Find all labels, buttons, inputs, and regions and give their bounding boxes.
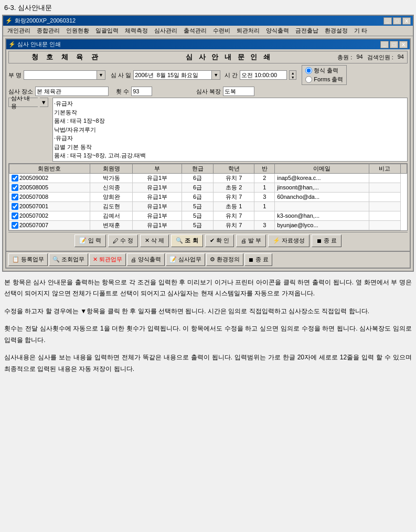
bottom-buttons: 📝 입 력 🖊 수 정 ✕ 삭 제 🔍 조 회 ✔ 확 인 [8, 232, 408, 249]
cell-id: 200507001 [9, 201, 90, 211]
task-withdrawal[interactable]: ✕ 퇴관업무 [89, 253, 126, 266]
col-header-note: 비고 [369, 164, 400, 173]
org-name: 청 호 체 육 관 [12, 52, 121, 62]
table-row[interactable]: 200509002 박가동 유급1부 6급 유치 7 2 inap5@korea… [9, 173, 407, 183]
search-button[interactable]: 🔍 조 회 [171, 235, 202, 247]
maximize-button[interactable]: □ [393, 17, 401, 25]
output-type-forms-radio[interactable] [305, 76, 312, 83]
output-type-group: 형식 출력 Forms 출력 [302, 65, 347, 85]
end-icon: ⏹ [316, 238, 322, 244]
cell-grade: 5급 [182, 211, 213, 220]
table-row[interactable]: 200507007 변재훈 유급1부 5급 유치 7 3 byunjae@lyc… [9, 220, 407, 230]
time-down[interactable]: ▼ [290, 75, 296, 79]
cell-grade: 5급 [182, 201, 213, 211]
table-row[interactable]: 200507001 김도현 유급1부 5급 초등 1 1 [9, 201, 407, 211]
cell-class [254, 211, 275, 220]
delete-button[interactable]: ✕ 삭 제 [140, 235, 169, 247]
close-button[interactable]: X [402, 17, 411, 25]
outer-window-controls[interactable]: _ □ X [383, 17, 411, 25]
output-type-format-label: 형식 출력 [314, 67, 338, 75]
hoisu-label: 횟 수 [116, 88, 129, 95]
si-gan-input[interactable] [240, 70, 287, 80]
content-dropdown-arrow[interactable]: ▼ [40, 98, 48, 107]
row-checkbox[interactable] [12, 194, 18, 200]
col-header-email: 이메일 [275, 164, 369, 173]
cell-grade: 6급 [182, 183, 213, 192]
taskbar: 📋 등록업무 🔍 조회업무 ✕ 퇴관업무 🖨 양식출력 📝 심사업무 ⚙ 환 [6, 251, 410, 268]
table-row[interactable]: 200507008 양희완 유급1부 6급 유치 7 3 60nancho@da… [9, 192, 407, 201]
cell-year: 초등 1 [214, 201, 254, 211]
menu-form-output[interactable]: 양식출력 [263, 26, 292, 35]
cell-email: jinsoont@han,... [275, 183, 369, 192]
simsa-il-label: 심 사 일 [111, 71, 131, 79]
row-checkbox[interactable] [12, 203, 18, 210]
content-textarea[interactable]: ·유급자 기본동작 품새 : 태극 1장~8장 낙법/자유겨루기 ·유급자 급별… [52, 98, 408, 162]
inner-maximize-button[interactable]: □ [390, 41, 398, 48]
row-checkbox[interactable] [12, 175, 18, 182]
cell-name: 김예서 [90, 211, 133, 220]
menu-batch[interactable]: 일괄입력 [92, 26, 122, 35]
inner-close-button[interactable]: X [399, 41, 408, 48]
row-checkbox[interactable] [12, 212, 18, 219]
time-spinner[interactable]: ▲ ▼ [289, 70, 296, 80]
cell-class: 3 [254, 192, 275, 201]
menu-cash[interactable]: 금전출납 [292, 26, 322, 35]
task-exam[interactable]: 📝 심사업무 [166, 253, 205, 266]
simsa-bokjang-input[interactable] [223, 87, 254, 96]
task-env[interactable]: ⚙ 환경정의 [206, 253, 243, 266]
minimize-button[interactable]: _ [383, 17, 392, 25]
bu-label: 부 명 [8, 71, 22, 79]
menu-exam[interactable]: 심사관리 [151, 26, 180, 35]
print-button[interactable]: 🖨 발 부 [236, 235, 266, 247]
simsa-il-dropdown-arrow[interactable]: ▼ [212, 70, 220, 80]
task-env-icon: ⚙ [210, 256, 215, 263]
input-button[interactable]: 📝 입 력 [74, 235, 106, 247]
time-up[interactable]: ▲ [290, 71, 296, 75]
menu-physical[interactable]: 체력측정 [122, 26, 151, 35]
cell-class: 3 [254, 220, 275, 230]
generate-button[interactable]: ⚡ 자료생성 [268, 235, 310, 247]
menu-personal[interactable]: 개인관리 [4, 26, 34, 35]
task-search-icon: 🔍 [52, 256, 60, 263]
cell-bu: 유급1부 [133, 173, 182, 183]
cell-class: 1 [254, 183, 275, 192]
modify-button[interactable]: 🖊 수 정 [108, 235, 138, 247]
simsa-bokjang-label: 심사 복장 [196, 88, 221, 95]
task-form-output[interactable]: 🖨 양식출력 [127, 253, 165, 266]
page-section-title: 6-3. 심사안내문 [0, 0, 416, 15]
simsa-jangso-input[interactable] [35, 87, 109, 96]
row-checkbox[interactable] [12, 184, 18, 191]
menu-other[interactable]: 기 타 [351, 26, 370, 35]
table-row[interactable]: 200508005 신의종 유급1부 6급 초등 2 1 jinsoont@ha… [9, 183, 407, 192]
hoisu-input[interactable] [131, 87, 152, 96]
form-row-2: 심사 장소 횟 수 심사 복장 [8, 87, 408, 96]
simsa-il-input[interactable] [133, 70, 212, 80]
col-header-class: 반 [254, 164, 275, 173]
end-button[interactable]: ⏹ 종 료 [312, 235, 342, 247]
task-exam-icon: 📝 [169, 256, 177, 263]
confirm-button[interactable]: ✔ 확 인 [205, 235, 234, 247]
menu-general[interactable]: 종합관리 [34, 26, 63, 35]
cell-name: 박가동 [90, 173, 133, 183]
confirm-icon: ✔ [210, 237, 215, 244]
outer-window: ⚡ 화랑2000XP_20060312 _ □ X 개인관리 종합관리 인원현황… [2, 15, 414, 272]
menu-attendance[interactable]: 출석관리 [180, 26, 210, 35]
table-row[interactable]: 200507002 김예서 유급1부 5급 유치 7 k3-soon@han,.… [9, 211, 407, 220]
task-end[interactable]: ⏹ 종 료 [244, 253, 272, 266]
cell-note [369, 183, 400, 192]
bu-input[interactable] [24, 70, 97, 80]
data-table-scroll[interactable]: 회원번호 회원명 부 현급 학년 반 이메일 비고 [8, 163, 408, 231]
menu-personnel[interactable]: 인원현황 [63, 26, 92, 35]
task-registration[interactable]: 📋 등록업무 [8, 253, 48, 266]
bu-dropdown-arrow[interactable]: ▼ [97, 70, 105, 80]
task-form-icon: 🖨 [131, 257, 136, 263]
menu-training-fee[interactable]: 수련비 [210, 26, 233, 35]
menu-withdrawal[interactable]: 퇴관처리 [233, 26, 263, 35]
output-type-format-radio[interactable] [305, 67, 312, 74]
menu-settings[interactable]: 환경설정 [322, 26, 351, 35]
cell-email: 60nancho@da... [275, 192, 369, 201]
inner-window-controls[interactable]: _ □ X [380, 41, 408, 48]
inner-minimize-button[interactable]: _ [380, 41, 389, 48]
row-checkbox[interactable] [12, 222, 18, 229]
task-search[interactable]: 🔍 조회업무 [49, 253, 88, 266]
